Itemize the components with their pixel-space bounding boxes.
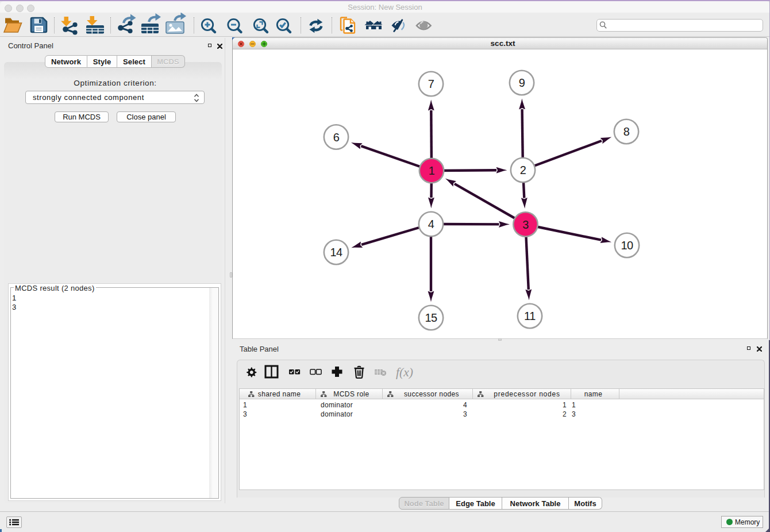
svg-text:f(x): f(x): [396, 365, 413, 379]
svg-text:9: 9: [519, 76, 525, 89]
svg-text:14: 14: [330, 246, 342, 259]
svg-text:4: 4: [428, 218, 434, 230]
svg-text:6: 6: [333, 131, 340, 144]
svg-text:8: 8: [623, 125, 630, 138]
svg-text:11: 11: [524, 310, 536, 322]
svg-text:1: 1: [429, 164, 435, 177]
svg-text:2: 2: [520, 164, 526, 176]
svg-text:7: 7: [428, 78, 434, 90]
svg-text:15: 15: [425, 311, 437, 324]
svg-text:3: 3: [522, 218, 529, 231]
svg-text:10: 10: [621, 239, 633, 252]
